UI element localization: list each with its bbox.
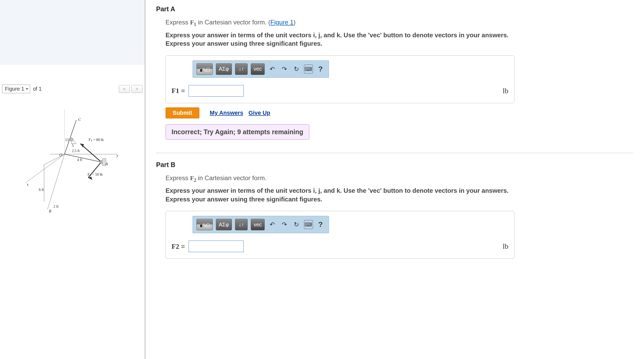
svg-text:F₁ = 80 lb: F₁ = 80 lb xyxy=(89,138,104,142)
svg-text:6 ft: 6 ft xyxy=(39,188,44,192)
svg-text:13  12: 13 12 xyxy=(65,138,73,142)
part-a-actions: Submit My Answers Give Up xyxy=(166,107,634,118)
prompt-text: in Cartesian vector form. xyxy=(196,174,267,181)
svg-text:5: 5 xyxy=(72,144,74,148)
force-symbol: F xyxy=(190,175,194,181)
help-icon[interactable]: ? xyxy=(316,220,325,229)
prompt-text: Express xyxy=(166,19,190,26)
templates-button[interactable]: x √ xyxy=(196,63,213,75)
prompt-text: Express xyxy=(166,174,190,181)
feedback-message: Incorrect; Try Again; 9 attempts remaini… xyxy=(166,124,309,140)
part-a-instructions: Express your answer in terms of the unit… xyxy=(166,31,522,48)
svg-rect-31 xyxy=(207,68,209,72)
subsup-button[interactable]: ↓↑ xyxy=(235,63,248,75)
vec-button[interactable]: vec xyxy=(251,219,265,230)
part-b-title: Part B xyxy=(156,161,634,169)
force-subscript: 1 xyxy=(194,22,196,27)
keyboard-icon[interactable]: ⌨ xyxy=(304,220,313,229)
figure-navigator: Figure 1 of 1 < > xyxy=(0,84,145,94)
greek-button[interactable]: ΑΣφ xyxy=(216,63,232,75)
equation-toolbar: x √ ΑΣφ ↓↑ vec ↶ ↷ ↻ ⌨ ? xyxy=(193,60,329,78)
figure-link[interactable]: Figure 1 xyxy=(270,19,294,26)
templates-icon: x √ xyxy=(199,221,210,228)
undo-icon[interactable]: ↶ xyxy=(268,220,277,229)
svg-line-4 xyxy=(80,144,101,162)
svg-text:O: O xyxy=(59,153,62,157)
svg-line-2 xyxy=(25,154,65,183)
answer-label: F1 = xyxy=(172,87,185,95)
greek-button[interactable]: ΑΣφ xyxy=(216,219,232,230)
part-b-body: Express F2 in Cartesian vector form. Exp… xyxy=(156,174,634,259)
svg-text:F₂ = 50 lb: F₂ = 50 lb xyxy=(88,173,103,176)
svg-text:√: √ xyxy=(204,68,207,72)
reset-icon[interactable]: ↻ xyxy=(292,65,301,74)
svg-text:C: C xyxy=(78,117,81,122)
svg-text:A: A xyxy=(105,162,108,166)
part-b-instructions: Express your answer in terms of the unit… xyxy=(166,186,522,204)
answer-unit: lb xyxy=(503,87,508,95)
figure-count-label: of 1 xyxy=(33,86,41,92)
part-a-body: Express F1 in Cartesian vector form. (Fi… xyxy=(156,19,634,153)
give-up-link[interactable]: Give Up xyxy=(248,110,270,116)
templates-icon: x √ xyxy=(199,66,210,72)
svg-text:B: B xyxy=(49,209,51,213)
svg-rect-35 xyxy=(207,223,209,227)
prompt-text: ) xyxy=(294,19,296,26)
figure-display: C O A B x y 13 12 5 2.5 ft 4 ft 6 ft 2 f… xyxy=(0,104,145,220)
force-subscript: 2 xyxy=(194,177,196,183)
force-symbol: F xyxy=(190,19,194,26)
undo-icon[interactable]: ↶ xyxy=(268,65,277,74)
prompt-text: in Cartesian vector form. ( xyxy=(196,19,270,26)
svg-text:y: y xyxy=(116,153,118,158)
svg-text:x: x xyxy=(26,182,29,186)
part-a-answer-row: F1 = lb xyxy=(172,85,508,97)
svg-line-9 xyxy=(47,154,65,209)
figure-svg: C O A B x y 13 12 5 2.5 ft 4 ft 6 ft 2 f… xyxy=(20,104,125,220)
keyboard-icon[interactable]: ⌨ xyxy=(304,65,313,74)
svg-text:√: √ xyxy=(204,223,207,228)
part-b-answer-input[interactable] xyxy=(189,241,244,252)
figure-prev-button[interactable]: < xyxy=(119,85,130,93)
reset-icon[interactable]: ↻ xyxy=(292,220,301,229)
equation-toolbar: x √ ΑΣφ ↓↑ vec ↶ ↷ ↻ ⌨ ? xyxy=(193,216,329,233)
part-separator xyxy=(156,153,634,153)
help-icon[interactable]: ? xyxy=(316,65,325,74)
part-a-answer-input[interactable] xyxy=(189,85,244,97)
svg-text:4 ft: 4 ft xyxy=(77,158,82,162)
svg-rect-28 xyxy=(200,69,203,72)
svg-line-3 xyxy=(65,154,101,162)
submit-button[interactable]: Submit xyxy=(166,107,199,118)
answer-label: F2 = xyxy=(172,242,185,251)
subsup-button[interactable]: ↓↑ xyxy=(235,219,248,230)
my-answers-link[interactable]: My Answers xyxy=(210,110,243,116)
left-panel: Figure 1 of 1 < > xyxy=(0,0,146,359)
redo-icon[interactable]: ↷ xyxy=(280,65,289,74)
right-panel: Part A Express F1 in Cartesian vector fo… xyxy=(146,0,644,359)
figure-next-button[interactable]: > xyxy=(131,85,142,93)
answer-unit: lb xyxy=(503,242,508,251)
part-a-prompt: Express F1 in Cartesian vector form. (Fi… xyxy=(166,19,634,27)
svg-text:2.5 ft: 2.5 ft xyxy=(72,149,80,153)
part-a-answer-box: x √ ΑΣφ ↓↑ vec ↶ ↷ ↻ ⌨ ? F1 = lb xyxy=(166,55,514,103)
templates-button[interactable]: x √ xyxy=(196,219,213,230)
part-b-answer-row: F2 = lb xyxy=(172,241,508,252)
svg-text:2 ft: 2 ft xyxy=(54,205,58,209)
part-b-prompt: Express F2 in Cartesian vector form. xyxy=(166,174,634,183)
figure-select[interactable]: Figure 1 xyxy=(2,85,30,93)
vec-button[interactable]: vec xyxy=(251,63,265,75)
part-a-title: Part A xyxy=(156,5,634,13)
svg-rect-32 xyxy=(200,224,203,227)
redo-icon[interactable]: ↷ xyxy=(280,220,289,229)
part-b-answer-box: x √ ΑΣφ ↓↑ vec ↶ ↷ ↻ ⌨ ? F2 = lb xyxy=(166,211,514,259)
